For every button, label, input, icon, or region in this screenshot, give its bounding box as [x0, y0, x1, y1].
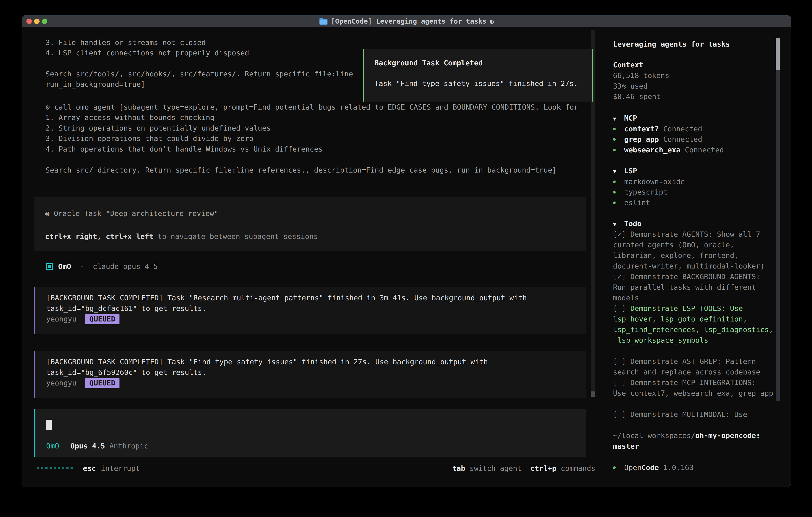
- ctrlp-key-hint: ctrl+p: [530, 464, 556, 472]
- chat-scrollbar-thumb[interactable]: [590, 391, 596, 397]
- mcp-section-header[interactable]: ▼MCP: [613, 113, 637, 124]
- todo-line: Use context7, websearch_exa, grep_app: [613, 388, 773, 399]
- agent-session-header: OmO · claude-opus-4-5: [58, 261, 158, 272]
- status-left: esc interrupt: [37, 464, 140, 472]
- mcp-name: websearch_exa: [624, 146, 680, 154]
- prompt-input[interactable]: OmOOpus 4.5Anthropic: [34, 409, 586, 457]
- message-line: [BACKGROUND TASK COMPLETED] Task "Find t…: [46, 356, 488, 367]
- notification-body: Task "Find type safety issues" finished …: [374, 78, 578, 89]
- oracle-task-hint: ctrl+x right, ctrl+x left to navigate be…: [45, 231, 318, 242]
- todo-line-active: [ ] Demonstrate LSP TOOLS: Use: [613, 303, 743, 314]
- version-number: 1.0.163: [663, 463, 694, 472]
- message-author: yeongyu: [46, 315, 77, 323]
- context-spent: $0.46 spent: [613, 91, 661, 102]
- todo-line: document-writer, multimodal-looker): [613, 261, 765, 271]
- todo-line: search and replace across codebase: [613, 366, 760, 377]
- context-heading: Context: [613, 60, 643, 70]
- git-branch: master: [613, 441, 639, 452]
- todo-line: [ ] Demonstrate MCP INTEGRATIONS:: [613, 377, 756, 388]
- mcp-status: Connected: [685, 146, 724, 154]
- workspace-path: ~/local-workspaces/oh-my-opencode:: [613, 430, 760, 441]
- text-cursor: [46, 419, 52, 430]
- esc-key-label: interrupt: [101, 464, 140, 472]
- ctrlp-key-label: commands: [561, 464, 596, 472]
- todo-heading: Todo: [624, 219, 642, 228]
- mcp-status: Connected: [663, 135, 702, 143]
- mcp-item-grep-app: ●grep_appConnected: [613, 134, 702, 144]
- agent-name: OmO: [58, 262, 71, 271]
- tab-key-hint: tab: [452, 464, 465, 472]
- tool-call-item: 2. String operations on potentially unde…: [46, 123, 271, 133]
- agent-model: claude-opus-4-5: [93, 262, 157, 271]
- status-dot-icon: ●: [613, 200, 616, 205]
- lsp-item-eslint: ●eslint: [613, 197, 650, 208]
- minimize-button[interactable]: [34, 19, 39, 24]
- sidebar-scrollbar-track[interactable]: [776, 38, 780, 401]
- todo-line: librarian, explore, frontend,: [613, 250, 739, 261]
- path-repo: oh-my-opencode:: [695, 431, 760, 440]
- context-used: 33% used: [613, 81, 647, 91]
- lsp-item-markdown-oxide: ●markdown-oxide: [613, 176, 685, 187]
- lsp-name: typescript: [624, 188, 668, 196]
- sidebar-scrollbar-thumb[interactable]: [776, 38, 780, 70]
- tool-call-line: ⚙ call_omo_agent [subagent_type=explore,…: [46, 102, 578, 112]
- separator-dot: ·: [80, 262, 84, 271]
- agent-icon: [46, 263, 53, 270]
- terminal-line: run_in_background=true]: [46, 79, 145, 89]
- traffic-lights: [26, 16, 47, 27]
- opencode-version: ●OpenCode1.0.163: [613, 462, 694, 472]
- radio-dot-icon: ◉: [45, 209, 50, 218]
- tool-call-item: 4. Path operations that don't handle Win…: [46, 144, 323, 154]
- mcp-status: Connected: [663, 125, 702, 133]
- lsp-heading: LSP: [624, 167, 637, 175]
- background-task-notification: Background Task Completed Task "Find typ…: [363, 49, 593, 102]
- activity-spinner-icon: [37, 467, 73, 469]
- todo-line: [✓] Demonstrate AGENTS: Show all 7: [613, 229, 760, 240]
- todo-line-active: lsp_hover, lsp_goto_definition,: [613, 314, 747, 324]
- todo-line: models: [613, 293, 639, 303]
- close-button[interactable]: [26, 19, 32, 24]
- context-tokens: 66,518 tokens: [613, 70, 669, 81]
- status-dot-icon: ●: [613, 179, 616, 184]
- oracle-task-title-line: ◉ Oracle Task "Deep architecture review": [45, 208, 219, 219]
- mcp-name: grep_app: [624, 135, 659, 143]
- message-author: yeongyu: [46, 379, 77, 387]
- mcp-name: context7: [624, 125, 659, 133]
- chevron-down-icon: ▼: [613, 219, 624, 229]
- message-meta: yeongyu QUEUED: [46, 314, 119, 324]
- status-badge: QUEUED: [85, 378, 119, 388]
- tab-key-label: switch agent: [469, 464, 521, 472]
- agent-icon-inner: [48, 265, 51, 268]
- hint-rest: to navigate between subagent sessions: [153, 232, 318, 241]
- oracle-task-title: Oracle Task "Deep architecture review": [54, 209, 219, 218]
- tool-call-item: 1. Array access without bounds checking: [46, 112, 214, 123]
- todo-section-header[interactable]: ▼Todo: [613, 218, 642, 229]
- message-meta: yeongyu QUEUED: [46, 378, 119, 388]
- model-indicator: OmOOpus 4.5Anthropic: [46, 441, 148, 451]
- lsp-section-header[interactable]: ▼LSP: [613, 166, 637, 176]
- folder-icon: [319, 18, 328, 25]
- mcp-item-websearch-exa: ●websearch_exaConnected: [613, 144, 724, 155]
- mcp-item-context7: ●context7Connected: [613, 124, 702, 134]
- message-line: task_id="bg_dcfac161" to get results.: [46, 303, 206, 314]
- session-state-icon: ◐: [490, 17, 494, 25]
- terminal-line: 3. File handles or streams not closed: [46, 37, 206, 48]
- status-badge: QUEUED: [85, 314, 119, 324]
- zoom-button[interactable]: [42, 19, 47, 24]
- lsp-name: markdown-oxide: [624, 178, 685, 186]
- oracle-task-box: ◉ Oracle Task "Deep architecture review"…: [34, 197, 586, 251]
- status-dot-icon: ●: [613, 189, 616, 194]
- version-name-bold: Code: [642, 463, 659, 472]
- gear-icon: ⚙: [46, 103, 50, 111]
- hint-keys: ctrl+x right, ctrl+x left: [45, 232, 153, 241]
- window-title: [OpenCode] Leveraging agents for tasks: [331, 17, 487, 25]
- terminal-line: 4. LSP client connections not properly d…: [46, 48, 249, 58]
- chevron-down-icon: ▼: [613, 113, 624, 124]
- screen: { "window": { "title": "[OpenCode] Lever…: [0, 0, 812, 517]
- tool-call-text: call_omo_agent [subagent_type=explore, p…: [54, 103, 578, 111]
- todo-line: [✓] Demonstrate BACKGROUND AGENTS:: [613, 271, 760, 282]
- status-dot-icon: ●: [613, 126, 616, 131]
- todo-line: [ ] Demonstrate AST-GREP: Pattern: [613, 356, 756, 366]
- titlebar: [OpenCode] Leveraging agents for tasks ◐: [22, 16, 791, 27]
- version-name-regular: Open: [624, 463, 642, 472]
